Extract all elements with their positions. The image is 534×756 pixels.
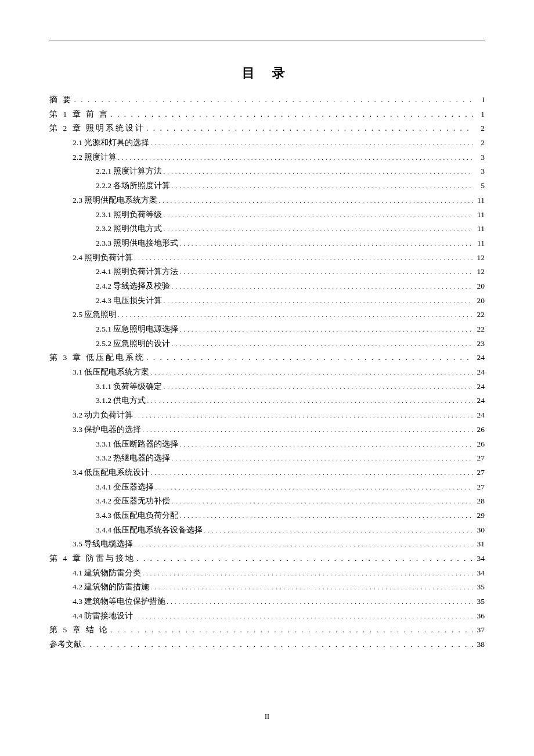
- toc-entry: 3.4 低压配电系统设计27: [49, 469, 485, 477]
- toc-entry-label: 2.2.1 照度计算方法: [96, 167, 162, 175]
- toc-entry: 摘 要I: [49, 96, 485, 104]
- toc-entry-page: 3: [474, 153, 485, 161]
- toc-leader: [150, 583, 473, 591]
- toc-entry-label: 参考文献: [49, 640, 82, 649]
- toc-entry: 4.1 建筑物防雷分类34: [49, 569, 485, 577]
- toc-entry-label: 4.1 建筑物防雷分类: [73, 569, 141, 577]
- toc-leader: [142, 426, 473, 434]
- toc-entry-label: 2.4.2 导线选择及校验: [96, 282, 170, 290]
- toc-leader: [134, 540, 473, 548]
- toc-leader: [74, 96, 473, 104]
- toc-entry-label: 2.3 照明供配电系统方案: [73, 196, 157, 204]
- toc-entry: 3.2 动力负荷计算24: [49, 411, 485, 419]
- toc-entry-page: 34: [474, 555, 485, 563]
- toc-leader: [150, 469, 473, 477]
- toc-entry: 2.4.1 照明负荷计算方法12: [49, 268, 485, 276]
- top-rule: [49, 41, 485, 41]
- toc-entry: 3.5 导线电缆选择31: [49, 540, 485, 548]
- toc-leader: [150, 139, 473, 147]
- toc-list: 摘 要I第 1 章 前 言1第 2 章 照明系统设计22.1 光源和灯具的选择2…: [49, 96, 485, 649]
- toc-entry-label: 4.4 防雷接地设计: [73, 612, 133, 620]
- toc-entry-page: 38: [474, 640, 485, 649]
- toc-entry-label: 第 5 章 结 论: [49, 626, 109, 634]
- toc-entry-page: 30: [474, 526, 485, 534]
- toc-entry: 2.3.1 照明负荷等级11: [49, 211, 485, 219]
- toc-entry-page: 5: [474, 182, 485, 190]
- toc-leader: [163, 211, 473, 219]
- toc-entry: 第 5 章 结 论37: [49, 626, 485, 634]
- toc-leader: [179, 239, 473, 247]
- toc-entry-page: 24: [474, 383, 485, 391]
- toc-entry: 2.4.2 导线选择及校验20: [49, 282, 485, 290]
- toc-entry-label: 3.4.1 变压器选择: [96, 483, 154, 491]
- toc-leader: [179, 268, 473, 276]
- toc-entry-label: 第 1 章 前 言: [49, 110, 109, 118]
- toc-leader: [179, 440, 473, 448]
- toc-entry: 4.2 建筑物的防雷措施35: [49, 583, 485, 591]
- toc-entry: 3.4.4 低压配电系统各设备选择30: [49, 526, 485, 534]
- toc-entry-page: 12: [474, 254, 485, 262]
- toc-entry-label: 第 4 章 防雷与接地: [49, 555, 135, 563]
- toc-entry-page: 31: [474, 540, 485, 548]
- toc-entry-page: 24: [474, 397, 485, 405]
- toc-entry-page: 23: [474, 340, 485, 348]
- toc-entry-page: 20: [474, 297, 485, 305]
- toc-entry-page: 1: [474, 110, 485, 118]
- toc-leader: [179, 325, 473, 333]
- toc-entry: 3.3.1 低压断路器的选择26: [49, 440, 485, 448]
- toc-entry-page: 3: [474, 167, 485, 175]
- toc-entry-page: 11: [474, 196, 485, 204]
- toc-entry: 2.5.2 应急照明的设计23: [49, 340, 485, 348]
- toc-leader: [118, 311, 473, 319]
- toc-entry-page: 26: [474, 440, 485, 448]
- toc-entry: 参考文献38: [49, 640, 485, 649]
- toc-entry-label: 3.2 动力负荷计算: [73, 411, 133, 419]
- toc-entry: 4.3 建筑物等电位保护措施35: [49, 597, 485, 606]
- toc-leader: [204, 526, 473, 534]
- toc-entry-label: 第 2 章 照明系统设计: [49, 124, 145, 132]
- toc-entry: 2.3.3 照明供电接地形式11: [49, 239, 485, 247]
- toc-entry: 4.4 防雷接地设计36: [49, 612, 485, 620]
- toc-entry-page: 2: [474, 124, 485, 132]
- toc-leader: [163, 383, 473, 391]
- toc-entry-label: 3.1.2 供电方式: [96, 397, 146, 405]
- toc-entry-label: 2.5.1 应急照明电源选择: [96, 325, 178, 333]
- toc-entry-label: 摘 要: [49, 96, 73, 104]
- toc-leader: [163, 225, 473, 233]
- toc-entry-label: 2.5.2 应急照明的设计: [96, 340, 170, 348]
- toc-leader: [110, 626, 473, 634]
- toc-leader: [163, 297, 473, 305]
- toc-leader: [158, 196, 473, 204]
- toc-leader: [171, 340, 473, 348]
- toc-leader: [134, 612, 473, 620]
- toc-entry-label: 3.3 保护电器的选择: [73, 426, 141, 434]
- page-footer: II: [0, 712, 534, 721]
- toc-entry: 3.4.1 变压器选择27: [49, 483, 485, 491]
- toc-entry-label: 4.2 建筑物的防雷措施: [73, 583, 149, 591]
- toc-leader: [118, 153, 473, 161]
- toc-entry-page: 24: [474, 368, 485, 376]
- toc-leader: [179, 512, 473, 520]
- toc-entry: 2.1 光源和灯具的选择2: [49, 139, 485, 147]
- toc-leader: [150, 368, 473, 376]
- toc-entry-page: 11: [474, 225, 485, 233]
- toc-entry-page: 28: [474, 497, 485, 505]
- toc-entry: 2.2 照度计算3: [49, 153, 485, 161]
- toc-leader: [142, 569, 473, 577]
- toc-entry-page: 36: [474, 612, 485, 620]
- toc-entry-page: 35: [474, 583, 485, 591]
- toc-leader: [134, 411, 473, 419]
- toc-entry-page: I: [474, 96, 485, 104]
- toc-leader: [167, 597, 473, 606]
- toc-entry-label: 3.3.2 热继电器的选择: [96, 454, 170, 462]
- toc-entry-label: 3.5 导线电缆选择: [73, 540, 133, 548]
- toc-entry-label: 2.3.2 照明供电方式: [96, 225, 162, 233]
- toc-entry-label: 3.3.1 低压断路器的选择: [96, 440, 178, 448]
- toc-entry-label: 2.4.1 照明负荷计算方法: [96, 268, 178, 276]
- toc-entry-label: 2.3.1 照明负荷等级: [96, 211, 162, 219]
- toc-leader: [171, 497, 473, 505]
- toc-leader: [171, 282, 473, 290]
- toc-leader: [155, 483, 473, 491]
- toc-entry: 3.1.1 负荷等级确定24: [49, 383, 485, 391]
- toc-entry: 3.1.2 供电方式24: [49, 397, 485, 405]
